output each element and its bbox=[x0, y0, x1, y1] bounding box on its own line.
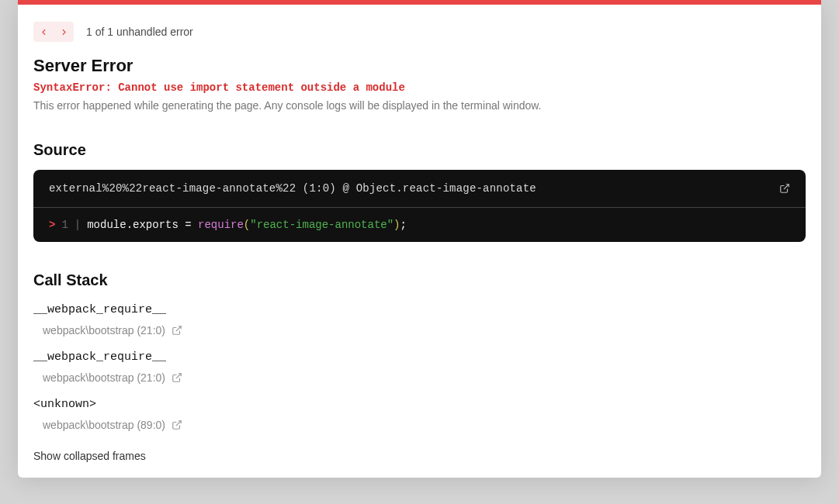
open-frame-button[interactable] bbox=[172, 372, 182, 383]
external-link-icon bbox=[779, 183, 790, 194]
external-link-icon bbox=[172, 419, 182, 430]
source-body: > 1 | module.exports = require("react-im… bbox=[33, 208, 806, 242]
frame-location-row: webpack\bootstrap (21:0) bbox=[33, 324, 806, 337]
show-collapsed-button[interactable]: Show collapsed frames bbox=[33, 450, 806, 462]
svg-line-3 bbox=[176, 421, 181, 426]
error-overlay: 1 of 1 unhandled error Server Error Synt… bbox=[18, 0, 821, 478]
source-code-block: external%20%22react-image-annotate%22 (1… bbox=[33, 170, 806, 242]
open-in-editor-button[interactable] bbox=[779, 183, 790, 194]
stack-frame: __webpack_require__ webpack\bootstrap (2… bbox=[33, 303, 806, 337]
page-title: Server Error bbox=[33, 56, 806, 76]
callstack-heading: Call Stack bbox=[33, 271, 806, 289]
next-error-button[interactable] bbox=[54, 22, 74, 42]
frame-location: webpack\bootstrap (21:0) bbox=[43, 324, 165, 337]
code-token: ) bbox=[393, 219, 400, 231]
stack-frame: __webpack_require__ webpack\bootstrap (2… bbox=[33, 350, 806, 384]
error-count: 1 of 1 unhandled error bbox=[86, 26, 193, 38]
source-line: > 1 | module.exports = require("react-im… bbox=[49, 219, 790, 231]
error-description: This error happened while generating the… bbox=[33, 99, 806, 112]
chevron-left-icon bbox=[39, 27, 49, 37]
svg-line-0 bbox=[784, 185, 789, 189]
code-token: ( bbox=[244, 219, 250, 231]
error-message: SyntaxError: Cannot use import statement… bbox=[33, 79, 806, 96]
code-token: "react-image-annotate" bbox=[250, 219, 393, 231]
svg-line-2 bbox=[176, 374, 181, 378]
code-token: ; bbox=[400, 219, 407, 231]
stack-frame: <unknown> webpack\bootstrap (89:0) bbox=[33, 398, 806, 431]
nav-buttons bbox=[33, 22, 74, 42]
frame-location: webpack\bootstrap (21:0) bbox=[43, 371, 165, 384]
pipe-separator: | bbox=[75, 219, 81, 231]
frame-function: __webpack_require__ bbox=[33, 303, 806, 316]
code-text: module.exports = require("react-image-an… bbox=[87, 219, 407, 231]
nav-row: 1 of 1 unhandled error bbox=[18, 5, 821, 42]
code-token: require bbox=[198, 219, 244, 231]
frame-function: <unknown> bbox=[33, 398, 806, 411]
frame-location-row: webpack\bootstrap (89:0) bbox=[33, 419, 806, 431]
external-link-icon bbox=[172, 372, 182, 383]
code-token: module.exports = bbox=[87, 219, 198, 231]
content: Server Error SyntaxError: Cannot use imp… bbox=[18, 42, 821, 462]
source-header: external%20%22react-image-annotate%22 (1… bbox=[33, 170, 806, 208]
callstack-list: __webpack_require__ webpack\bootstrap (2… bbox=[33, 303, 806, 431]
source-heading: Source bbox=[33, 141, 806, 159]
open-frame-button[interactable] bbox=[172, 419, 182, 430]
chevron-right-icon bbox=[59, 27, 69, 37]
error-caret: > bbox=[49, 219, 55, 231]
source-location: external%20%22react-image-annotate%22 (1… bbox=[49, 182, 536, 195]
frame-location: webpack\bootstrap (89:0) bbox=[43, 419, 165, 431]
line-number: 1 bbox=[61, 219, 68, 231]
external-link-icon bbox=[172, 325, 182, 336]
prev-error-button[interactable] bbox=[33, 22, 54, 42]
frame-function: __webpack_require__ bbox=[33, 350, 806, 364]
svg-line-1 bbox=[176, 326, 181, 331]
frame-location-row: webpack\bootstrap (21:0) bbox=[33, 371, 806, 384]
open-frame-button[interactable] bbox=[172, 325, 182, 336]
